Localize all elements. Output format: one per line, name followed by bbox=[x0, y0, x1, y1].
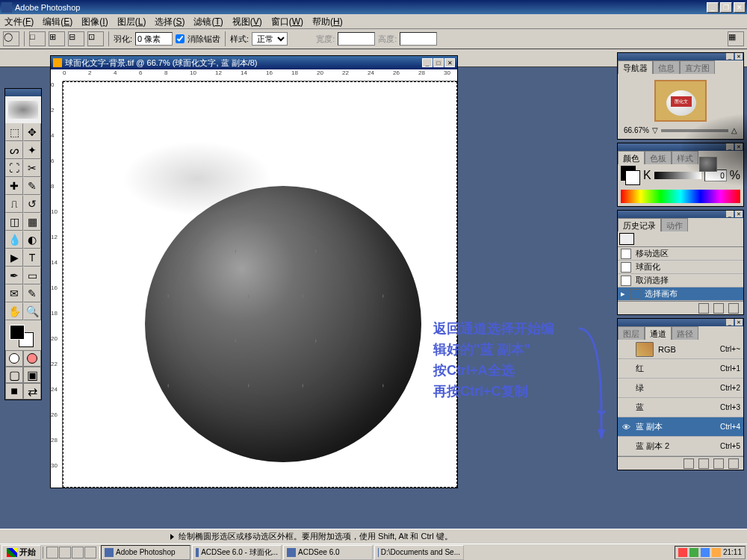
tray-icon[interactable] bbox=[689, 548, 698, 557]
visibility-eye-icon[interactable]: 👁 bbox=[621, 423, 631, 432]
panel-close-icon[interactable]: ✕ bbox=[735, 53, 743, 60]
tab-navigator[interactable]: 导航器 bbox=[618, 60, 653, 74]
menu-edit[interactable]: 编辑(E) bbox=[38, 14, 77, 29]
ql-app-icon[interactable] bbox=[84, 547, 96, 559]
selection-subtract-icon[interactable]: ⊟ bbox=[68, 31, 84, 46]
tray-icon[interactable] bbox=[701, 548, 710, 557]
tool-blur[interactable]: 💧 bbox=[5, 231, 23, 249]
tool-wand[interactable]: ✦ bbox=[23, 141, 41, 159]
minimize-button[interactable]: _ bbox=[707, 2, 719, 13]
tool-history-brush[interactable]: ↺ bbox=[23, 195, 41, 213]
panel-minimize-icon[interactable]: _ bbox=[726, 319, 734, 326]
history-item[interactable]: 移动选区 bbox=[618, 247, 743, 261]
close-button[interactable]: ✕ bbox=[734, 2, 746, 13]
history-snapshot-icon[interactable] bbox=[713, 303, 724, 314]
tool-crop[interactable]: ⛶ bbox=[5, 159, 23, 177]
tab-paths[interactable]: 路径 bbox=[672, 326, 698, 340]
channel-row[interactable]: 蓝Ctrl+3 bbox=[618, 398, 743, 417]
tab-channels[interactable]: 通道 bbox=[645, 326, 672, 340]
menu-help[interactable]: 帮助(H) bbox=[308, 14, 347, 29]
taskbar-task[interactable]: D:\Documents and Se... bbox=[374, 545, 464, 560]
color-spectrum[interactable] bbox=[621, 190, 740, 203]
tool-pen[interactable]: ✒ bbox=[5, 267, 23, 284]
start-button[interactable]: 开始 bbox=[1, 545, 41, 560]
clock[interactable]: 21:11 bbox=[723, 548, 742, 556]
menu-window[interactable]: 窗口(W) bbox=[267, 14, 308, 29]
tab-swatches[interactable]: 色板 bbox=[645, 151, 672, 164]
channel-row[interactable]: 👁蓝 副本Ctrl+4 bbox=[618, 417, 743, 437]
menu-layer[interactable]: 图层(L) bbox=[113, 14, 151, 29]
menu-file[interactable]: 文件(F) bbox=[0, 14, 38, 29]
ql-desktop-icon[interactable] bbox=[59, 547, 71, 559]
navigator-thumbnail[interactable]: 面化文 bbox=[654, 80, 707, 122]
tray-icon[interactable] bbox=[678, 548, 687, 557]
selection-add-icon[interactable]: ⊞ bbox=[49, 31, 65, 46]
channel-row[interactable]: 红Ctrl+1 bbox=[618, 359, 743, 379]
ql-ie-icon[interactable] bbox=[46, 547, 58, 559]
channel-row[interactable]: RGBCtrl+~ bbox=[618, 340, 743, 359]
menu-view[interactable]: 视图(V) bbox=[228, 14, 267, 29]
channel-row[interactable]: 蓝 副本 2Ctrl+5 bbox=[618, 437, 743, 456]
menu-filter[interactable]: 滤镜(T) bbox=[189, 14, 227, 29]
tab-info[interactable]: 信息 bbox=[653, 60, 680, 74]
tool-eraser[interactable]: ◫ bbox=[5, 213, 23, 231]
history-item-active[interactable]: ▸选择画布 bbox=[618, 287, 743, 301]
delete-channel-icon[interactable] bbox=[728, 458, 739, 469]
tool-marquee[interactable]: ⬚ bbox=[5, 123, 23, 141]
selection-intersect-icon[interactable]: ⊡ bbox=[87, 31, 104, 46]
jump-to-imageready[interactable]: ⇄ bbox=[23, 383, 41, 399]
color-swatches[interactable] bbox=[5, 320, 41, 350]
panel-close-icon[interactable]: ✕ bbox=[735, 211, 743, 217]
tool-lasso[interactable]: ᔕ bbox=[5, 141, 23, 159]
canvas[interactable] bbox=[63, 81, 457, 488]
history-new-doc-icon[interactable] bbox=[698, 303, 709, 314]
new-channel-icon[interactable] bbox=[713, 458, 724, 469]
style-select[interactable]: 正常 bbox=[252, 32, 288, 46]
selection-new-icon[interactable]: □ bbox=[29, 31, 46, 46]
doc-close-button[interactable]: ✕ bbox=[444, 58, 455, 67]
foreground-color[interactable] bbox=[10, 325, 25, 340]
history-snapshot-thumb[interactable] bbox=[619, 233, 634, 245]
tab-actions[interactable]: 动作 bbox=[661, 218, 688, 231]
feather-input[interactable] bbox=[135, 32, 173, 46]
tab-layers[interactable]: 图层 bbox=[618, 326, 645, 340]
screen-standard[interactable]: ▢ bbox=[5, 367, 23, 383]
taskbar-task[interactable]: ACDSee 6.0 - 球面化... bbox=[192, 545, 282, 560]
tool-type[interactable]: T bbox=[23, 249, 41, 267]
history-delete-icon[interactable] bbox=[728, 303, 739, 314]
tool-notes[interactable]: ✉ bbox=[5, 284, 23, 302]
doc-minimize-button[interactable]: _ bbox=[422, 58, 433, 67]
panel-close-icon[interactable]: ✕ bbox=[735, 319, 743, 326]
tool-hand[interactable]: ✋ bbox=[5, 302, 23, 320]
panel-minimize-icon[interactable]: _ bbox=[726, 211, 734, 217]
palette-well-icon[interactable]: ▦ bbox=[728, 31, 744, 46]
tool-shape[interactable]: ▭ bbox=[23, 267, 41, 284]
tool-move[interactable]: ✥ bbox=[23, 123, 41, 141]
tab-color[interactable]: 颜色 bbox=[618, 151, 645, 164]
load-channel-selection-icon[interactable] bbox=[684, 458, 694, 469]
mode-quickmask[interactable] bbox=[23, 350, 41, 367]
menu-image[interactable]: 图像(I) bbox=[77, 14, 112, 29]
antialias-checkbox[interactable] bbox=[176, 34, 185, 43]
tool-gradient[interactable]: ▦ bbox=[23, 213, 41, 231]
tool-zoom[interactable]: 🔍 bbox=[23, 302, 41, 320]
history-item[interactable]: 球面化 bbox=[618, 261, 743, 274]
taskbar-task[interactable]: Adobe Photoshop bbox=[101, 545, 190, 560]
channel-row[interactable]: 绿Ctrl+2 bbox=[618, 379, 743, 398]
tray-icon[interactable] bbox=[712, 548, 721, 557]
tool-brush[interactable]: ✎ bbox=[23, 177, 41, 195]
screen-full[interactable]: ■ bbox=[5, 383, 23, 399]
maximize-button[interactable]: ❐ bbox=[720, 2, 732, 13]
tool-healing[interactable]: ✚ bbox=[5, 177, 23, 195]
tool-stamp[interactable]: ⎍ bbox=[5, 195, 23, 213]
tool-eyedropper[interactable]: ✎ bbox=[23, 284, 41, 302]
tab-history[interactable]: 历史记录 bbox=[618, 218, 661, 231]
doc-maximize-button[interactable]: □ bbox=[433, 58, 444, 67]
history-item[interactable]: 取消选择 bbox=[618, 274, 743, 287]
panel-minimize-icon[interactable]: _ bbox=[726, 53, 734, 60]
tool-slice[interactable]: ✂ bbox=[23, 159, 41, 177]
document-titlebar[interactable]: 球面化文字-背景.tif @ 66.7% (球面化文字, 蓝 副本/8) _ □… bbox=[51, 56, 457, 69]
save-selection-icon[interactable] bbox=[698, 458, 709, 469]
marquee-ellipse-icon[interactable]: ◯ bbox=[3, 31, 19, 46]
zoom-out-icon[interactable]: ▽ bbox=[652, 126, 658, 134]
